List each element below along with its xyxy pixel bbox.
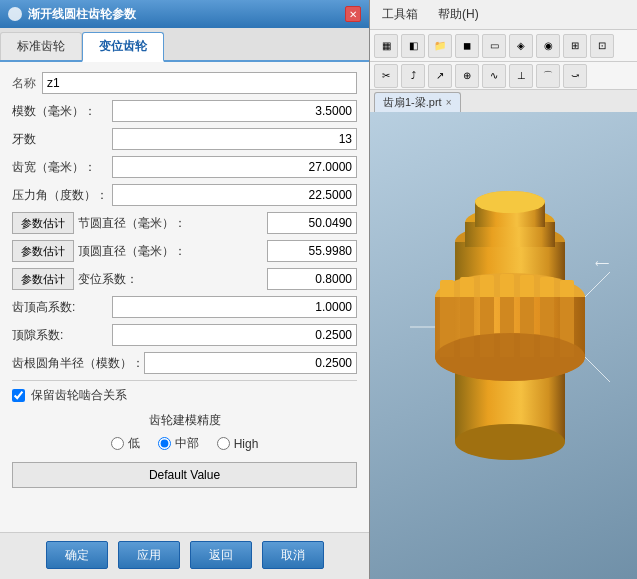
tab-standard[interactable]: 标准齿轮	[0, 32, 82, 60]
tab-shift[interactable]: 变位齿轮	[82, 32, 164, 62]
toolbar-icon-2[interactable]: ◧	[401, 34, 425, 58]
menu-help[interactable]: 帮助(H)	[432, 4, 485, 25]
keep-mesh-checkbox[interactable]	[12, 389, 25, 402]
radio-mid-label[interactable]: 中部	[175, 435, 199, 452]
fillet-label: 齿根圆角半径（模数）：	[12, 355, 144, 372]
back-button[interactable]: 返回	[190, 541, 252, 569]
radio-mid-input[interactable]	[158, 437, 171, 450]
confirm-button[interactable]: 确定	[46, 541, 108, 569]
addendum-label: 齿顶高系数:	[12, 299, 112, 316]
radio-high-label[interactable]: High	[234, 437, 259, 451]
svg-line-27	[585, 357, 610, 382]
dialog-titlebar: 渐开线圆柱齿轮参数 ✕	[0, 0, 369, 28]
gear-3d-illustration: ⟵	[390, 142, 630, 542]
radio-high-input[interactable]	[217, 437, 230, 450]
name-input[interactable]	[42, 72, 357, 94]
divider-1	[12, 380, 357, 381]
toolbar-icon-6[interactable]: ◈	[509, 34, 533, 58]
svg-point-20	[435, 333, 585, 381]
apply-button[interactable]: 应用	[118, 541, 180, 569]
toolbar-icon-9[interactable]: ⊡	[590, 34, 614, 58]
toolbar-icon-4[interactable]: ◼	[455, 34, 479, 58]
tab-bar-3d: 齿扇1-梁.prt ×	[370, 90, 637, 112]
svg-text:⟵: ⟵	[595, 258, 609, 269]
clearance-input[interactable]	[112, 324, 357, 346]
toolbar-icon-1[interactable]: ▦	[374, 34, 398, 58]
radio-low: 低	[111, 435, 140, 452]
dialog-form-content: 名称 模数（毫米）： 牙数 齿宽（毫米）： 压力角（度数）： 参数估计 节圆直径…	[0, 62, 369, 532]
clearance-row: 顶隙系数:	[12, 324, 357, 346]
shift-label: 变位系数：	[78, 271, 263, 288]
toolbar-icon-r2-3[interactable]: ↗	[428, 64, 452, 88]
facewidth-label: 齿宽（毫米）：	[12, 159, 112, 176]
toolbar-icon-5[interactable]: ▭	[482, 34, 506, 58]
pitch-row: 参数估计 节圆直径（毫米）：	[12, 212, 357, 234]
svg-line-26	[585, 272, 610, 297]
pressure-input[interactable]	[112, 184, 357, 206]
modulus-input[interactable]	[112, 100, 357, 122]
dialog-close-button[interactable]: ✕	[345, 6, 361, 22]
toolbar-icon-r2-1[interactable]: ✂	[374, 64, 398, 88]
3d-viewport: ⟵	[370, 112, 637, 579]
svg-rect-11	[540, 277, 554, 300]
toolbar-icon-r2-7[interactable]: ⌒	[536, 64, 560, 88]
shift-estimate-button[interactable]: 参数估计	[12, 268, 74, 290]
radio-low-input[interactable]	[111, 437, 124, 450]
svg-rect-9	[500, 274, 514, 300]
clearance-label: 顶隙系数:	[12, 327, 112, 344]
dialog-title-icon	[8, 7, 22, 21]
toolbar-icon-r2-4[interactable]: ⊕	[455, 64, 479, 88]
menu-tools[interactable]: 工具箱	[376, 4, 424, 25]
dialog-title-text: 渐开线圆柱齿轮参数	[28, 6, 136, 23]
tip-estimate-button[interactable]: 参数估计	[12, 240, 74, 262]
tab-3d-close-icon[interactable]: ×	[446, 97, 452, 108]
tab-shift-label: 变位齿轮	[99, 39, 147, 53]
checkbox-label[interactable]: 保留齿轮啮合关系	[31, 387, 127, 404]
facewidth-row: 齿宽（毫米）：	[12, 156, 357, 178]
tab-standard-label: 标准齿轮	[17, 39, 65, 53]
toolbar-icon-r2-5[interactable]: ∿	[482, 64, 506, 88]
facewidth-input[interactable]	[112, 156, 357, 178]
cancel-button[interactable]: 取消	[262, 541, 324, 569]
teeth-label: 牙数	[12, 131, 112, 148]
tab-3d-label: 齿扇1-梁.prt	[383, 95, 442, 110]
modulus-label: 模数（毫米）：	[12, 103, 112, 120]
default-value-button[interactable]: Default Value	[12, 462, 357, 488]
svg-point-25	[475, 191, 545, 213]
teeth-input[interactable]	[112, 128, 357, 150]
radio-high: High	[217, 437, 259, 451]
pressure-label: 压力角（度数）：	[12, 187, 112, 204]
dialog-window: 渐开线圆柱齿轮参数 ✕ 标准齿轮 变位齿轮 名称 模数（毫米）： 牙数	[0, 0, 370, 579]
shift-row: 参数估计 变位系数：	[12, 268, 357, 290]
svg-rect-10	[520, 275, 534, 300]
toolbar-icon-7[interactable]: ◉	[536, 34, 560, 58]
tip-label: 顶圆直径（毫米）：	[78, 243, 263, 260]
pressure-row: 压力角（度数）：	[12, 184, 357, 206]
pitch-estimate-button[interactable]: 参数估计	[12, 212, 74, 234]
toolbar-icon-r2-6[interactable]: ⊥	[509, 64, 533, 88]
fillet-input[interactable]	[144, 352, 357, 374]
teeth-row: 牙数	[12, 128, 357, 150]
toolbar-icon-r2-8[interactable]: ⤻	[563, 64, 587, 88]
svg-rect-8	[480, 275, 494, 300]
toolbar-icon-3[interactable]: 📁	[428, 34, 452, 58]
svg-rect-7	[460, 277, 474, 300]
radio-low-label[interactable]: 低	[128, 435, 140, 452]
name-label: 名称	[12, 75, 42, 92]
toolbar-icons-row1: ▦ ◧ 📁 ◼ ▭ ◈ ◉ ⊞ ⊡	[370, 30, 637, 62]
tab-3d-model[interactable]: 齿扇1-梁.prt ×	[374, 92, 461, 112]
toolbar-icon-r2-2[interactable]: ⤴	[401, 64, 425, 88]
svg-point-2	[455, 424, 565, 460]
tip-input[interactable]	[267, 240, 357, 262]
pitch-label: 节圆直径（毫米）：	[78, 215, 263, 232]
toolbar-menu: 工具箱 帮助(H)	[370, 0, 637, 30]
close-icon: ✕	[349, 9, 357, 20]
toolbar-icon-8[interactable]: ⊞	[563, 34, 587, 58]
radio-mid: 中部	[158, 435, 199, 452]
dialog-title: 渐开线圆柱齿轮参数	[8, 6, 136, 23]
pitch-input[interactable]	[267, 212, 357, 234]
shift-input[interactable]	[267, 268, 357, 290]
addendum-input[interactable]	[112, 296, 357, 318]
fillet-row: 齿根圆角半径（模数）：	[12, 352, 357, 374]
name-row: 名称	[12, 72, 357, 94]
